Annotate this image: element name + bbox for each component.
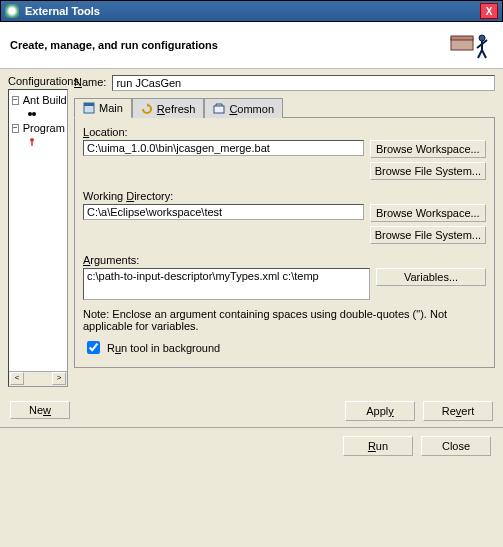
svg-rect-1 [451, 36, 473, 40]
header-text: Create, manage, and run configurations [10, 39, 449, 51]
tree-sub-ant[interactable] [26, 107, 64, 121]
tab-label: Common [229, 103, 274, 115]
dialog-header: Create, manage, and run configurations [0, 22, 503, 69]
main-tab-icon [83, 102, 95, 114]
svg-rect-11 [214, 106, 224, 113]
run-tool-icon [449, 30, 493, 60]
name-input[interactable] [112, 75, 495, 91]
tab-refresh[interactable]: Refresh [132, 98, 205, 118]
tab-main-panel: Location: Browse Workspace... Browse Fil… [74, 117, 495, 368]
variables-button[interactable]: Variables... [376, 268, 486, 286]
program-icon [26, 136, 38, 148]
footer-run-row: Run Close [0, 428, 503, 464]
common-tab-icon [213, 103, 225, 115]
apply-button[interactable]: Apply [345, 401, 415, 421]
note-text: Note: Enclose an argument containing spa… [83, 308, 486, 332]
close-icon[interactable]: X [480, 3, 498, 19]
collapse-icon[interactable]: − [12, 124, 19, 133]
new-button[interactable]: New [10, 401, 70, 419]
args-label: Arguments: [83, 254, 486, 266]
browse-filesystem-button[interactable]: Browse File System... [370, 162, 486, 180]
scroll-left-icon[interactable]: < [10, 372, 24, 385]
browse-workspace-button[interactable]: Browse Workspace... [370, 140, 486, 158]
revert-button[interactable]: Revert [423, 401, 493, 421]
args-input[interactable] [83, 268, 370, 300]
svg-point-2 [479, 35, 485, 41]
footer-apply-row: New Apply Revert [0, 397, 503, 423]
run-background-label: Run tool in background [107, 342, 220, 354]
titlebar: External Tools X [0, 0, 503, 22]
tabs: Main Refresh Common [74, 97, 495, 117]
tab-label: Main [99, 102, 123, 114]
run-background-checkbox[interactable] [87, 341, 100, 354]
location-label: Location: [83, 126, 486, 138]
browse-filesystem-button[interactable]: Browse File System... [370, 226, 486, 244]
svg-rect-10 [84, 103, 94, 106]
tree-item-program[interactable]: − Program [12, 121, 64, 135]
tab-main[interactable]: Main [74, 98, 132, 118]
refresh-tab-icon [141, 103, 153, 115]
name-label: Name: [74, 76, 106, 88]
ant-icon [26, 108, 38, 120]
workdir-label: Working Directory: [83, 190, 486, 202]
app-icon [5, 4, 19, 18]
tab-common[interactable]: Common [204, 98, 283, 118]
tree-label: Ant Build [23, 94, 67, 106]
browse-workspace-button[interactable]: Browse Workspace... [370, 204, 486, 222]
tree-sub-program[interactable] [26, 135, 64, 149]
tree-scrollbar[interactable]: < > [9, 371, 67, 386]
collapse-icon[interactable]: − [12, 96, 19, 105]
location-input[interactable] [83, 140, 364, 156]
close-button[interactable]: Close [421, 436, 491, 456]
config-tree[interactable]: − Ant Build − Program [8, 89, 68, 387]
tree-label: Program [23, 122, 65, 134]
svg-point-5 [28, 112, 32, 116]
scroll-right-icon[interactable]: > [52, 372, 66, 385]
window-title: External Tools [25, 5, 480, 17]
run-button[interactable]: Run [343, 436, 413, 456]
svg-point-6 [32, 112, 36, 116]
config-label: Configurations: [8, 75, 68, 87]
workdir-input[interactable] [83, 204, 364, 220]
tree-item-ant[interactable]: − Ant Build [12, 93, 64, 107]
svg-point-8 [30, 138, 34, 142]
tab-label: Refresh [157, 103, 196, 115]
